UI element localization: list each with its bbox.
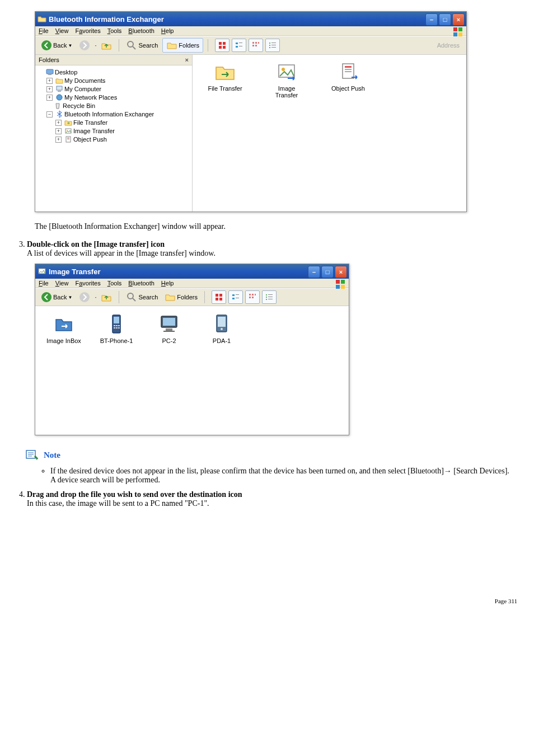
view-list-button[interactable] xyxy=(265,39,280,52)
view-icons-button[interactable] xyxy=(245,290,260,304)
menu-help[interactable]: Help xyxy=(161,27,174,34)
svg-rect-61 xyxy=(252,294,254,295)
svg-rect-13 xyxy=(239,43,242,43)
search-button[interactable]: Search xyxy=(124,290,160,304)
svg-rect-21 xyxy=(269,43,270,44)
back-button[interactable]: Back ▼ xyxy=(39,290,74,304)
view-tiles-button[interactable] xyxy=(228,290,243,304)
tree-image-transfer[interactable]: +Image Transfer xyxy=(55,127,190,135)
toolbar-separator xyxy=(204,291,205,303)
close-button[interactable]: × xyxy=(335,266,347,278)
svg-rect-28 xyxy=(48,74,51,75)
bluetooth-exchanger-window: Bluetooth Information Exchanger – □ × Fi… xyxy=(35,11,467,212)
svg-rect-53 xyxy=(219,294,222,297)
search-button[interactable]: Search xyxy=(124,39,160,52)
titlebar[interactable]: Bluetooth Information Exchanger – □ × xyxy=(35,12,466,26)
tree-bie[interactable]: −Bluetooth Information Exchanger xyxy=(46,110,190,118)
network-icon xyxy=(55,93,63,101)
tree-mydocs[interactable]: +My Documents xyxy=(46,77,190,84)
menu-favorites[interactable]: Favorites xyxy=(75,280,100,287)
svg-rect-14 xyxy=(236,46,238,48)
svg-point-48 xyxy=(41,292,51,302)
menu-view[interactable]: View xyxy=(55,27,69,34)
back-label: Back xyxy=(53,42,67,49)
view-thumbnails-button[interactable] xyxy=(212,290,226,304)
forward-button[interactable] xyxy=(77,290,92,304)
menu-bluetooth[interactable]: Bluetooth xyxy=(128,280,154,287)
file-transfer-item[interactable]: File Transfer xyxy=(203,60,247,206)
view-tiles-button[interactable] xyxy=(232,39,246,52)
bt-phone-item[interactable]: BT-Phone-1 xyxy=(97,313,136,344)
menu-help[interactable]: Help xyxy=(161,280,174,287)
object-push-item[interactable]: Object Push xyxy=(326,60,371,206)
svg-rect-30 xyxy=(58,91,61,92)
up-button[interactable] xyxy=(99,290,114,304)
folders-label: Folders xyxy=(179,42,199,49)
note-header: Note xyxy=(25,448,517,462)
phone-icon xyxy=(105,313,128,335)
pda-item[interactable]: PDA-1 xyxy=(202,313,241,344)
window-body: Image InBox BT-Phone-1 PC-2 PDA-1 xyxy=(35,306,349,435)
tree-desktop[interactable]: Desktop xyxy=(39,68,190,76)
toolbar: Back ▼ · Search Folders Address xyxy=(35,36,466,55)
close-pane-icon[interactable]: × xyxy=(185,57,189,63)
instruction-steps: Drag and drop the file you wish to send … xyxy=(17,490,517,508)
titlebar[interactable]: Image Transfer – □ × xyxy=(35,264,349,279)
device-list: Image InBox BT-Phone-1 PC-2 PDA-1 xyxy=(35,306,349,351)
close-button[interactable]: × xyxy=(452,13,465,26)
menu-tools[interactable]: Tools xyxy=(107,27,122,34)
maximize-button[interactable]: □ xyxy=(321,266,334,278)
svg-rect-2 xyxy=(453,32,457,36)
page-footer: Page 311 xyxy=(17,598,517,604)
svg-point-4 xyxy=(41,40,51,50)
forward-button[interactable] xyxy=(77,39,92,52)
view-list-button[interactable] xyxy=(262,290,277,304)
image-transfer-item[interactable]: ImageTransfer xyxy=(264,60,309,206)
expand-icon[interactable]: + xyxy=(46,86,53,92)
object-push-icon xyxy=(337,60,359,83)
svg-rect-57 xyxy=(236,294,239,295)
maximize-button[interactable]: □ xyxy=(439,13,451,26)
tree-mynet[interactable]: +My Network Places xyxy=(46,93,190,101)
item-label: Image InBox xyxy=(44,337,83,344)
expand-icon[interactable]: + xyxy=(46,78,53,84)
tree-object-push[interactable]: +Object Push xyxy=(55,135,190,143)
search-label: Search xyxy=(138,294,158,300)
menu-view[interactable]: View xyxy=(55,280,69,287)
view-thumbnails-button[interactable] xyxy=(215,39,229,52)
image-inbox-item[interactable]: Image InBox xyxy=(44,313,83,344)
back-button[interactable]: Back ▼ xyxy=(39,39,74,52)
menu-file[interactable]: File xyxy=(39,280,49,287)
expand-icon[interactable]: + xyxy=(55,137,62,143)
expand-icon[interactable]: + xyxy=(55,120,62,126)
folders-button[interactable]: Folders xyxy=(162,38,203,53)
svg-rect-73 xyxy=(114,325,115,326)
up-button[interactable] xyxy=(99,39,114,52)
pc-item[interactable]: PC-2 xyxy=(149,313,189,344)
svg-rect-58 xyxy=(232,298,235,299)
caption-text: The [Bluetooth Information Exchanger] wi… xyxy=(35,222,517,231)
expand-icon[interactable]: + xyxy=(46,95,53,101)
view-icons-button[interactable] xyxy=(249,39,263,52)
collapse-icon[interactable]: − xyxy=(46,111,53,118)
svg-rect-69 xyxy=(266,299,267,300)
windows-flag-icon xyxy=(335,279,345,289)
svg-rect-56 xyxy=(232,294,235,296)
menu-favorites[interactable]: Favorites xyxy=(75,27,100,34)
folders-button[interactable]: Folders xyxy=(162,290,200,304)
minimize-button[interactable]: – xyxy=(308,266,320,278)
folder-tree: Desktop +My Documents +My Computer +My N… xyxy=(35,65,192,146)
tree-file-transfer[interactable]: +File Transfer xyxy=(55,119,190,126)
tree-recycle[interactable]: Recycle Bin xyxy=(46,102,190,110)
minimize-button[interactable]: – xyxy=(425,13,438,26)
menu-tools[interactable]: Tools xyxy=(107,280,122,287)
menu-bluetooth[interactable]: Bluetooth xyxy=(128,27,154,34)
svg-point-6 xyxy=(128,41,133,47)
toolbar-separator xyxy=(119,291,119,303)
menu-file[interactable]: File xyxy=(39,27,49,34)
svg-rect-18 xyxy=(258,42,259,44)
desktop-icon xyxy=(46,68,54,76)
expand-icon[interactable]: + xyxy=(55,128,62,134)
folders-icon xyxy=(166,40,177,51)
tree-mycomp[interactable]: +My Computer xyxy=(46,85,190,93)
